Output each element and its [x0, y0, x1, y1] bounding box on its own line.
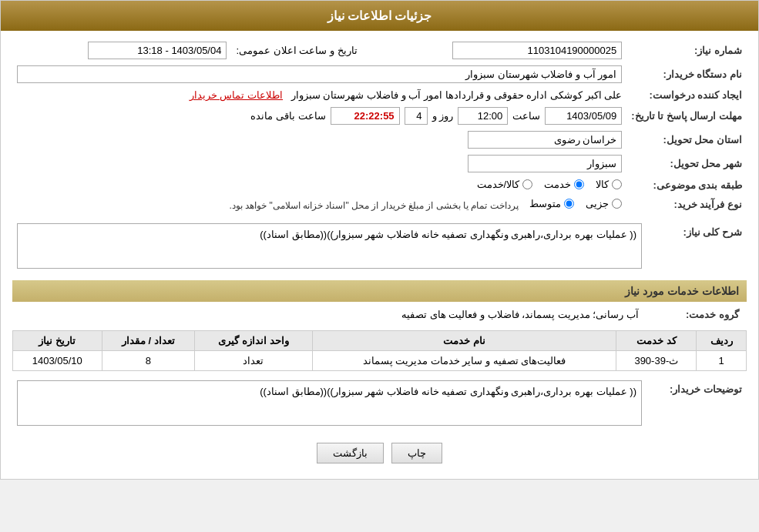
deadline-value: 1403/05/09 ساعت 12:00 روز و 4 22:22:55 س…	[12, 104, 626, 128]
purchase-type-radio-jozi[interactable]	[612, 199, 622, 209]
category-value: کالا خدمت کالا/خدمت	[12, 176, 626, 195]
cell-unit: تعداد	[195, 351, 312, 371]
back-button[interactable]: بازگشت	[317, 443, 384, 463]
row-need-description: شرح کلی نیاز:	[12, 220, 747, 274]
city-field: سبزوار	[468, 155, 622, 172]
buyer-org-label: نام دستگاه خریدار:	[626, 62, 747, 86]
deadline-remaining-label: ساعت باقی مانده	[250, 110, 325, 122]
need-number-field: 1103104190000025	[452, 42, 622, 59]
services-section-header: اطلاعات خدمات مورد نیاز	[12, 280, 747, 302]
need-description-textarea[interactable]	[17, 223, 642, 269]
page-header: جزئیات اطلاعات نیاز	[1, 1, 758, 31]
province-label: استان محل تحویل:	[626, 128, 747, 152]
need-description-label: شرح کلی نیاز:	[646, 220, 747, 274]
row-purchase-type: نوع فرآیند خرید: جزیی متوسط پرداخت ت	[12, 195, 747, 214]
purchase-type-value: جزیی متوسط پرداخت تمام یا بخشی از مبلغ خ…	[12, 195, 626, 214]
cell-date: 1403/05/10	[13, 351, 102, 371]
category-radio-kala[interactable]	[612, 179, 622, 189]
creator-label: ایجاد کننده درخواست:	[626, 86, 747, 104]
row-city: شهر محل تحویل: سبزوار	[12, 152, 747, 176]
purchase-type-option-jozi: جزیی	[586, 198, 622, 209]
buyer-desc-table: توضیحات خریدار:	[12, 377, 747, 431]
purchase-type-note: پرداخت تمام یا بخشی از مبلغ خریدار از مح…	[230, 200, 519, 211]
province-value: خراسان رضوی	[12, 128, 626, 152]
deadline-label: مهلت ارسال پاسخ تا تاریخ:	[626, 104, 747, 128]
row-creator: ایجاد کننده درخواست: علی اکبر کوشکی ادار…	[12, 86, 747, 104]
deadline-remaining-field: 22:22:55	[331, 107, 400, 125]
purchase-type-radio-group: جزیی متوسط	[529, 198, 622, 209]
services-table-header-row: ردیف کد خدمت نام خدمت واحد اندازه گیری ت…	[13, 331, 747, 351]
purchase-type-label: نوع فرآیند خرید:	[626, 195, 747, 214]
city-value: سبزوار	[12, 152, 626, 176]
services-table-head: ردیف کد خدمت نام خدمت واحد اندازه گیری ت…	[13, 331, 747, 351]
category-option-kala-khedmat: کالا/خدمت	[477, 179, 533, 190]
cell-code: ث-39-390	[616, 351, 697, 371]
col-quantity: تعداد / مقدار	[102, 331, 195, 351]
row-province: استان محل تحویل: خراسان رضوی	[12, 128, 747, 152]
province-field: خراسان رضوی	[468, 131, 622, 149]
services-table-body: 1 ث-39-390 فعالیت‌های تصفیه و سایر خدمات…	[13, 351, 747, 371]
announcement-label: تاریخ و ساعت اعلان عمومی:	[231, 38, 361, 62]
category-label-kala: کالا	[596, 179, 609, 190]
category-label-kala-khedmat: کالا/خدمت	[477, 179, 520, 190]
col-code: کد خدمت	[616, 331, 697, 351]
row-buyer-org: نام دستگاه خریدار: امور آب و فاضلاب شهرس…	[12, 62, 747, 86]
services-data-table: ردیف کد خدمت نام خدمت واحد اندازه گیری ت…	[12, 330, 747, 371]
category-radio-kala-khedmat[interactable]	[522, 179, 532, 189]
main-info-table: شماره نیاز: 1103104190000025 تاریخ و ساع…	[12, 38, 747, 214]
row-buyer-desc: توضیحات خریدار:	[12, 377, 747, 431]
row-category: طبقه بندی موضوعی: کالا خدمت	[12, 176, 747, 195]
category-label: طبقه بندی موضوعی:	[626, 176, 747, 195]
category-option-khedmat: خدمت	[544, 179, 584, 190]
buyer-desc-value	[12, 377, 646, 431]
need-number-label: شماره نیاز:	[626, 38, 747, 62]
category-option-kala: کالا	[596, 179, 622, 190]
row-service-group: گروه خدمت: آب رسانی؛ مدیریت پسماند، فاضل…	[12, 305, 747, 324]
cell-name: فعالیت‌های تصفیه و سایر خدمات مدیریت پسم…	[312, 351, 616, 371]
buyer-org-field: امور آب و فاضلاب شهرستان سبزوار	[17, 65, 622, 83]
need-number-value: 1103104190000025	[362, 38, 627, 62]
buttons-row: چاپ بازگشت	[12, 443, 747, 463]
deadline-time-label: ساعت	[512, 110, 540, 122]
announcement-field: 1403/05/04 - 13:18	[88, 42, 227, 59]
deadline-days-field: 4	[405, 107, 428, 125]
need-description-value	[12, 220, 646, 274]
service-group-value: آب رسانی؛ مدیریت پسماند، فاضلاب و فعالیت…	[12, 305, 646, 324]
col-date: تاریخ نیاز	[13, 331, 102, 351]
page-title: جزئیات اطلاعات نیاز	[327, 9, 432, 22]
deadline-time-field: 12:00	[458, 107, 508, 125]
purchase-type-option-mota: متوسط	[529, 198, 574, 209]
announcement-value: 1403/05/04 - 13:18	[12, 38, 231, 62]
creator-link[interactable]: اطلاعات تماس خریدار	[190, 89, 283, 101]
row-deadline: مهلت ارسال پاسخ تا تاریخ: 1403/05/09 ساع…	[12, 104, 747, 128]
print-button[interactable]: چاپ	[391, 443, 442, 463]
deadline-days-label: روز و	[432, 110, 454, 122]
buyer-desc-textarea[interactable]	[17, 380, 642, 426]
category-radio-group: کالا خدمت کالا/خدمت	[477, 179, 623, 190]
row-need-number: شماره نیاز: 1103104190000025 تاریخ و ساع…	[12, 38, 747, 62]
deadline-date-field: 1403/05/09	[545, 107, 622, 125]
service-group-table: گروه خدمت: آب رسانی؛ مدیریت پسماند، فاضل…	[12, 305, 747, 324]
col-index: ردیف	[697, 331, 747, 351]
creator-text: علی اکبر کوشکی اداره حقوقی و قراردادها ا…	[291, 89, 622, 101]
city-label: شهر محل تحویل:	[626, 152, 747, 176]
col-name: نام خدمت	[312, 331, 616, 351]
cell-index: 1	[697, 351, 747, 371]
table-row: 1 ث-39-390 فعالیت‌های تصفیه و سایر خدمات…	[13, 351, 747, 371]
buyer-org-value: امور آب و فاضلاب شهرستان سبزوار	[12, 62, 626, 86]
purchase-type-label-mota: متوسط	[529, 198, 561, 209]
page-wrapper: جزئیات اطلاعات نیاز شماره نیاز: 11031041…	[0, 0, 759, 480]
content-area: شماره نیاز: 1103104190000025 تاریخ و ساع…	[1, 31, 758, 479]
purchase-type-label-jozi: جزیی	[586, 198, 609, 209]
need-desc-table: شرح کلی نیاز:	[12, 220, 747, 274]
col-unit: واحد اندازه گیری	[195, 331, 312, 351]
category-label-khedmat: خدمت	[544, 179, 571, 190]
buyer-desc-label: توضیحات خریدار:	[646, 377, 747, 431]
category-radio-khedmat[interactable]	[574, 179, 584, 189]
deadline-fields: 1403/05/09 ساعت 12:00 روز و 4 22:22:55 س…	[17, 107, 622, 125]
service-group-label: گروه خدمت:	[646, 305, 747, 324]
creator-value: علی اکبر کوشکی اداره حقوقی و قراردادها ا…	[12, 86, 626, 104]
cell-quantity: 8	[102, 351, 195, 371]
purchase-type-radio-mota[interactable]	[564, 199, 574, 209]
